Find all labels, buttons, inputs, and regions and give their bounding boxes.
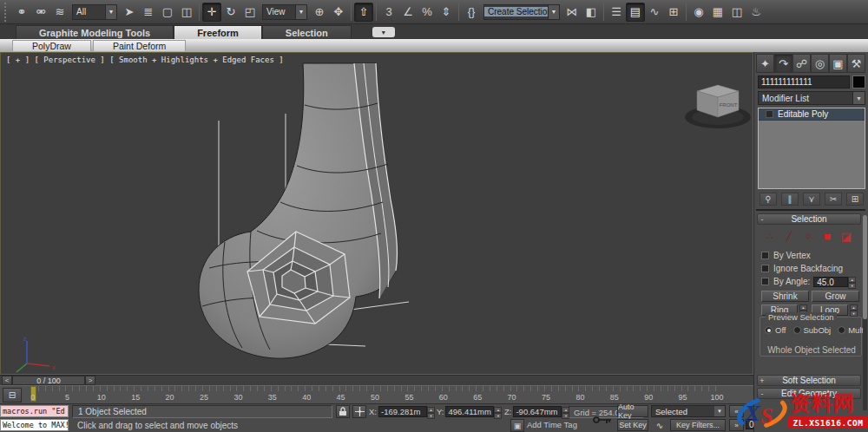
- toolbar-drag-handle[interactable]: [4, 3, 10, 22]
- tab-display[interactable]: ▣: [829, 54, 847, 73]
- spin-up-icon[interactable]: ▲: [799, 304, 807, 311]
- spin-up-icon[interactable]: ▲: [494, 407, 502, 413]
- tab-motion[interactable]: ◎: [811, 54, 829, 73]
- viewport-label[interactable]: [ + ] [ Perspective ] [ Smooth + Highlig…: [6, 56, 284, 64]
- ignore-backfacing-checkbox[interactable]: [761, 265, 769, 272]
- z-coordinate[interactable]: Z: -90.647mm ▲▼: [504, 406, 569, 417]
- dropdown-arrow-icon[interactable]: ▼: [548, 5, 559, 19]
- select-object-button[interactable]: ➤: [120, 3, 139, 22]
- align-button[interactable]: ◧: [582, 3, 601, 22]
- scrollbar-thumb[interactable]: [863, 215, 867, 319]
- dropdown-arrow-icon[interactable]: ▼: [714, 406, 725, 416]
- edit-named-sets-button[interactable]: {}: [462, 3, 481, 22]
- render-production-button[interactable]: ♨: [746, 3, 766, 22]
- select-by-name-button[interactable]: ≣: [139, 3, 158, 22]
- preview-multi-radio[interactable]: Multi: [838, 325, 865, 335]
- spin-down-icon[interactable]: ▼: [494, 413, 502, 419]
- polygon-mode-button[interactable]: ■: [820, 229, 834, 243]
- rollout-soft-selection-header[interactable]: + Soft Selection: [757, 375, 861, 386]
- loop-spinner[interactable]: ▲▼: [850, 304, 858, 316]
- named-selection-set-dropdown[interactable]: Create Selection Se ▼: [483, 4, 560, 20]
- subtab-paint-deform[interactable]: Paint Deform: [93, 40, 186, 51]
- unlink-selection-button[interactable]: ⚮: [31, 3, 50, 22]
- preview-subobj-radio[interactable]: SubObj: [793, 325, 832, 335]
- make-unique-button[interactable]: ⋎: [803, 193, 820, 206]
- tab-utilities[interactable]: ⚒: [847, 54, 865, 73]
- panel-scrollbar[interactable]: [863, 215, 867, 410]
- render-setup-button[interactable]: ▦: [708, 3, 727, 22]
- show-end-result-button[interactable]: ∥: [781, 193, 799, 206]
- angle-spinner[interactable]: ▲ ▼: [848, 277, 856, 287]
- edge-mode-button[interactable]: ╱: [782, 229, 796, 243]
- tab-hierarchy[interactable]: ☍: [792, 54, 811, 73]
- use-pivot-center-button[interactable]: ⊕: [310, 3, 329, 22]
- spin-up-icon[interactable]: ▲: [427, 407, 435, 413]
- y-coordinate[interactable]: Y: 496.411mm ▲▼: [437, 406, 502, 417]
- z-value-field[interactable]: -90.647mm: [513, 406, 562, 417]
- viewcube[interactable]: FRONT: [685, 85, 751, 128]
- tab-graphite-modeling-tools[interactable]: Graphite Modeling Tools: [16, 25, 174, 39]
- material-editor-button[interactable]: ◉: [689, 3, 708, 22]
- selection-filter-dropdown[interactable]: All ▼: [72, 4, 117, 20]
- timeline-ruler[interactable]: ⊟ 05101520253035404550556065707580859095…: [0, 385, 753, 404]
- window-crossing-button[interactable]: ◫: [177, 3, 196, 22]
- ribbon-minimize-button[interactable]: ▾: [372, 27, 395, 37]
- grow-button[interactable]: Grow: [812, 291, 859, 302]
- preview-off-radio[interactable]: Off: [765, 325, 786, 335]
- curve-editor-button[interactable]: ∿: [645, 3, 664, 22]
- select-and-link-button[interactable]: ⚭: [12, 3, 31, 22]
- maxscript-macro-line[interactable]: macros.run "Ed: [0, 405, 69, 417]
- border-mode-button[interactable]: ○: [801, 229, 815, 243]
- absolute-offset-toggle-button[interactable]: [352, 405, 366, 418]
- rect-selection-region-button[interactable]: ▢: [158, 3, 177, 22]
- tab-selection[interactable]: Selection: [262, 25, 352, 39]
- x-spinner[interactable]: ▲▼: [427, 407, 435, 417]
- bind-to-spacewarp-button[interactable]: ≋: [50, 3, 69, 22]
- rendered-frame-window-button[interactable]: ◫: [727, 3, 746, 22]
- viewport-canvas[interactable]: FRONT z y x: [1, 53, 753, 374]
- add-time-tag-label[interactable]: Add Time Tag: [527, 420, 577, 429]
- stack-item-editable-poly[interactable]: Editable Poly: [759, 108, 865, 121]
- y-value-field[interactable]: 496.411mm: [445, 406, 494, 417]
- pin-stack-button[interactable]: ⚲: [760, 193, 777, 206]
- remove-modifier-button[interactable]: ✂: [825, 193, 842, 206]
- tab-modify[interactable]: ↷: [774, 54, 792, 73]
- by-vertex-checkbox[interactable]: [761, 252, 769, 259]
- rollout-selection-header[interactable]: - Selection: [757, 213, 861, 225]
- spin-down-icon[interactable]: ▼: [848, 283, 856, 289]
- spinner-snap-button[interactable]: ⇕: [437, 3, 456, 22]
- modifier-list-dropdown[interactable]: Modifier List ▼: [758, 91, 865, 105]
- mirror-button[interactable]: ⋈: [562, 3, 582, 22]
- select-and-scale-button[interactable]: ◰: [240, 3, 260, 22]
- select-and-rotate-button[interactable]: ↻: [221, 3, 240, 22]
- dropdown-arrow-icon[interactable]: ▼: [105, 5, 116, 19]
- default-in-out-tangents-button[interactable]: ∿: [653, 419, 667, 431]
- dropdown-arrow-icon[interactable]: ▼: [295, 5, 306, 19]
- subtab-polydraw[interactable]: PolyDraw: [12, 40, 91, 51]
- selection-lock-button[interactable]: [336, 405, 350, 418]
- x-value-field[interactable]: -169.281m: [378, 406, 427, 417]
- by-angle-checkbox[interactable]: [761, 278, 769, 285]
- spin-up-icon[interactable]: ▲: [850, 304, 858, 311]
- modifier-stack[interactable]: Editable Poly: [758, 108, 865, 189]
- angle-value-field[interactable]: 45.0: [813, 277, 848, 287]
- time-tag-button[interactable]: ▣: [510, 419, 524, 432]
- spin-up-icon[interactable]: ▲: [848, 277, 856, 283]
- perspective-viewport[interactable]: FRONT z y x [ + ] [ Perspective ] [ Smoo…: [0, 52, 753, 375]
- spin-down-icon[interactable]: ▼: [850, 311, 858, 317]
- key-filters-button[interactable]: Key Filters...: [670, 419, 726, 431]
- angle-snap-button[interactable]: ∠: [398, 3, 418, 22]
- open-mini-curve-editor-button[interactable]: ⊟: [3, 388, 22, 403]
- tab-freeform[interactable]: Freeform: [174, 25, 262, 39]
- select-and-manipulate-button[interactable]: ✥: [329, 3, 348, 22]
- spin-down-icon[interactable]: ▼: [427, 413, 435, 419]
- configure-modifier-sets-button[interactable]: ⊞: [846, 193, 864, 206]
- graphite-ribbon-toggle-button[interactable]: ▤: [626, 3, 645, 22]
- layer-manager-button[interactable]: ☰: [607, 3, 626, 22]
- percent-snap-button[interactable]: %: [418, 3, 437, 22]
- shrink-button[interactable]: Shrink: [761, 291, 809, 302]
- next-frame-button[interactable]: >: [85, 376, 95, 385]
- schematic-view-button[interactable]: ⊞: [664, 3, 683, 22]
- auto-key-button[interactable]: Auto Key: [617, 405, 648, 417]
- y-spinner[interactable]: ▲▼: [494, 407, 502, 417]
